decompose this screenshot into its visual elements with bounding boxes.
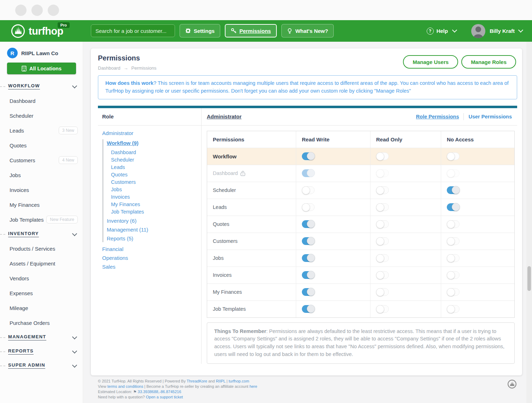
tree-item-customers[interactable]: Customers — [107, 179, 201, 186]
tree-item-my-finances[interactable]: My Finances — [107, 201, 201, 208]
tree-item-jobs[interactable]: Jobs — [107, 186, 201, 193]
toggle-read-write[interactable] — [302, 169, 315, 177]
toggle-read-only[interactable] — [376, 254, 389, 262]
toggle-cell — [296, 284, 370, 300]
tree-item-dashboard[interactable]: Dashboard — [107, 149, 201, 156]
sidebar-section-workflow[interactable]: WORKFLOW — [0, 79, 83, 93]
section-label: MANAGEMENT — [8, 334, 46, 340]
sidebar-item-purchase-orders[interactable]: Purchase Orders — [0, 315, 83, 330]
toggle-read-write[interactable] — [302, 152, 315, 160]
toggle-read-only[interactable] — [376, 271, 389, 279]
tree-item-scheduler[interactable]: Scheduler — [107, 156, 201, 164]
sidebar-item-jobs[interactable]: Jobs — [0, 168, 83, 182]
toggle-no-access[interactable] — [447, 288, 460, 296]
toggle-read-write[interactable] — [302, 305, 315, 313]
sidebar-item-quotes[interactable]: Quotes — [0, 138, 83, 153]
tree-role-administrator[interactable]: Administrator — [102, 130, 201, 136]
sidebar-section-super-admin[interactable]: SUPER ADMIN — [0, 358, 83, 373]
window-dots — [15, 5, 59, 16]
support-ticket-link[interactable]: Open a support ticket — [146, 395, 183, 399]
toggle-cell — [296, 165, 370, 182]
company-name: RIIPL Lawn Co — [21, 50, 58, 56]
toggle-read-write[interactable] — [302, 186, 315, 194]
tree-category-inventory-6[interactable]: Inventory (6) — [107, 217, 201, 224]
toggle-read-only[interactable] — [376, 237, 389, 245]
toggle-read-only[interactable] — [376, 169, 389, 177]
scrollbar-thumb[interactable] — [527, 266, 531, 291]
threadkore-link[interactable]: ThreadKore — [187, 379, 207, 383]
terms-link[interactable]: terms and conditions — [107, 384, 144, 389]
chevron-down-icon[interactable] — [518, 28, 523, 33]
sidebar-item-dashboard[interactable]: Dashboard — [0, 93, 83, 108]
toggle-no-access[interactable] — [447, 186, 460, 194]
toggle-no-access[interactable] — [447, 305, 460, 313]
search-input[interactable] — [91, 24, 175, 37]
nav-button-settings[interactable]: Settings — [180, 24, 220, 37]
toggle-read-only[interactable] — [376, 203, 389, 211]
sidebar-item-customers[interactable]: Customers4 New — [0, 153, 83, 168]
sidebar-section-inventory[interactable]: INVENTORY — [0, 227, 83, 241]
all-locations-button[interactable]: All Locations — [7, 63, 76, 74]
manage-roles-button[interactable]: Manage Roles — [461, 55, 516, 69]
sidebar-item-scheduler[interactable]: Scheduler — [0, 108, 83, 123]
tree-item-quotes[interactable]: Quotes — [107, 171, 201, 179]
chevron-down-icon[interactable] — [452, 28, 457, 33]
tree-role-operations[interactable]: Operations — [102, 254, 201, 262]
sidebar-section-reports[interactable]: REPORTS — [0, 344, 83, 358]
toggle-read-write[interactable] — [302, 237, 315, 245]
affiliate-link[interactable]: here — [250, 384, 257, 389]
toggle-no-access[interactable] — [447, 169, 460, 177]
sidebar-item-leads[interactable]: Leads3 New — [0, 123, 83, 138]
toggle-read-write[interactable] — [302, 220, 315, 228]
riipl-link[interactable]: RIIPL — [216, 379, 226, 383]
toggle-no-access[interactable] — [447, 271, 460, 279]
toggle-read-only[interactable] — [376, 288, 389, 296]
location-coords-link[interactable]: 33.3938688,-86.8745216 — [138, 390, 181, 394]
tree-category-reports-5[interactable]: Reports (5) — [107, 235, 201, 242]
tree-item-invoices[interactable]: Invoices — [107, 193, 201, 201]
toggle-read-write[interactable] — [302, 288, 315, 296]
sidebar-item-products-services[interactable]: Products / Services — [0, 241, 83, 256]
tab-role-permissions[interactable]: Role Permissions — [416, 114, 459, 119]
help-menu[interactable]: Help — [437, 28, 448, 34]
toggle-read-write[interactable] — [302, 254, 315, 262]
tree-item-job-templates[interactable]: Job Templates — [107, 208, 201, 216]
tab-user-permissions[interactable]: User Permissions — [468, 114, 512, 119]
sidebar-item-invoices[interactable]: Invoices — [0, 182, 83, 197]
sidebar-item-expenses[interactable]: Expenses — [0, 286, 83, 300]
toggle-no-access[interactable] — [447, 220, 460, 228]
manage-users-button[interactable]: Manage Users — [403, 55, 458, 69]
nav-button-permissions[interactable]: Permissions — [225, 24, 277, 37]
toggle-read-only[interactable] — [376, 152, 389, 160]
tree-role-financial[interactable]: Financial — [102, 245, 201, 253]
toggle-no-access[interactable] — [447, 237, 460, 245]
selected-role-title[interactable]: Administrator — [207, 113, 241, 119]
tree-category-workflow-9[interactable]: Workflow (9) — [107, 139, 201, 147]
nav-button-what-s-new[interactable]: What's New? — [281, 24, 334, 37]
turfhop-site-link[interactable]: turfhop.com — [229, 379, 249, 383]
tree-category-management-11[interactable]: Management (11) — [107, 226, 201, 233]
toggle-read-only[interactable] — [376, 305, 389, 313]
sidebar-item-assets-equipment[interactable]: Assets / Equipment — [0, 256, 83, 271]
toggle-no-access[interactable] — [447, 203, 460, 211]
sidebar-section-management[interactable]: MANAGEMENT — [0, 330, 83, 344]
sidebar-item-mileage[interactable]: Mileage — [0, 300, 83, 315]
chevron-down-icon — [72, 83, 77, 88]
sidebar-item-vendors[interactable]: Vendors — [0, 271, 83, 286]
toggle-read-only[interactable] — [376, 186, 389, 194]
permission-label-cell: Leads — [207, 199, 296, 216]
breadcrumb-dashboard[interactable]: Dashboard — [98, 65, 121, 71]
user-name[interactable]: Billy Kraft — [490, 28, 515, 34]
toggle-no-access[interactable] — [447, 152, 460, 160]
user-avatar[interactable] — [471, 24, 485, 38]
tree-item-leads[interactable]: Leads — [107, 164, 201, 171]
toggle-read-write[interactable] — [302, 271, 315, 279]
sidebar-item-job-templates[interactable]: Job TemplatesNew Feature — [0, 212, 83, 227]
toggle-no-access[interactable] — [447, 254, 460, 262]
toggle-read-only[interactable] — [376, 220, 389, 228]
brand-logo[interactable]: turfhop Pro — [11, 24, 63, 39]
sidebar-item-my-finances[interactable]: My Finances — [0, 197, 83, 212]
toggle-read-write[interactable] — [302, 203, 315, 211]
company-row[interactable]: R RIIPL Lawn Co — [7, 48, 77, 58]
tree-role-sales[interactable]: Sales — [102, 263, 201, 270]
